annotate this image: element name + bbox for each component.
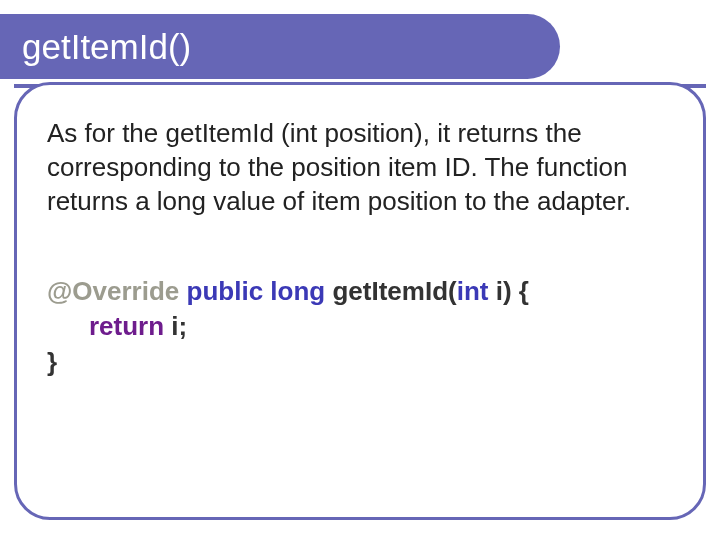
code-line-1: @Override public long getItemId(int i) {	[47, 274, 673, 309]
content-frame: As for the getItemId (int position), it …	[14, 82, 706, 520]
param-close: i) {	[488, 276, 528, 306]
slide-header: getItemId()	[0, 14, 560, 79]
keyword-long: long	[270, 276, 325, 306]
code-block: @Override public long getItemId(int i) {…	[47, 274, 673, 379]
function-name: getItemId(	[332, 276, 456, 306]
annotation-override: @Override	[47, 276, 179, 306]
slide-title: getItemId()	[22, 27, 191, 67]
code-line-2: return i;	[47, 309, 673, 344]
description-text: As for the getItemId (int position), it …	[47, 117, 673, 218]
return-stmt: i;	[164, 311, 187, 341]
keyword-public: public	[187, 276, 264, 306]
code-line-3: }	[47, 345, 673, 380]
keyword-int: int	[457, 276, 489, 306]
close-brace: }	[47, 347, 57, 377]
keyword-return: return	[89, 311, 164, 341]
